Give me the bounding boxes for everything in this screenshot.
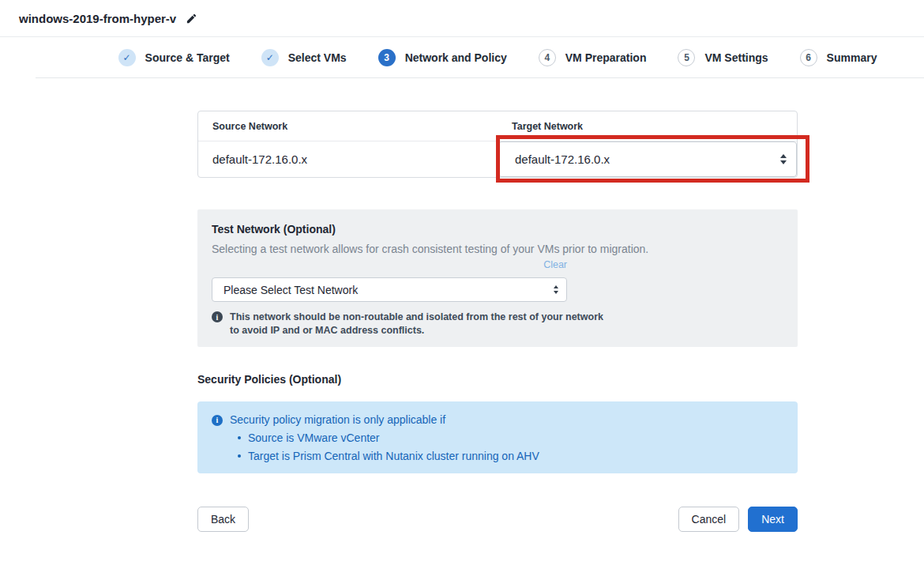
info-icon: i	[212, 415, 223, 426]
select-arrows-icon	[780, 154, 787, 164]
target-network-selected-value: default-172.16.0.x	[515, 153, 610, 166]
step-number: 6	[800, 49, 817, 66]
column-header-target-network: Target Network	[498, 111, 797, 141]
security-bullet-target: Target is Prism Central with Nutanix clu…	[212, 450, 783, 462]
clear-link[interactable]: Clear	[543, 259, 567, 270]
titlebar: windows-2019-from-hyper-v	[0, 0, 924, 37]
next-button[interactable]: Next	[748, 507, 798, 532]
check-icon: ✓	[261, 49, 279, 66]
bullet-icon	[238, 436, 241, 439]
step-network-and-policy[interactable]: 3 Network and Policy	[378, 49, 507, 66]
step-label: Select VMs	[288, 51, 347, 64]
step-vm-settings[interactable]: 5 VM Settings	[678, 49, 768, 66]
info-icon: i	[212, 311, 223, 322]
source-network-value: default-172.16.0.x	[198, 141, 498, 177]
step-number: 5	[678, 49, 695, 66]
back-button[interactable]: Back	[197, 507, 249, 532]
step-label: VM Settings	[704, 51, 768, 64]
column-header-source-network: Source Network	[198, 111, 498, 141]
test-network-note: i This network should be non-routable an…	[212, 311, 783, 337]
security-policies-info-panel: i Security policy migration is only appl…	[197, 401, 798, 473]
network-mapping-table: Source Network Target Network default-17…	[197, 111, 798, 178]
cancel-button[interactable]: Cancel	[678, 507, 740, 532]
network-mapping-row: default-172.16.0.x default-172.16.0.x	[198, 141, 797, 177]
test-network-panel: Test Network (Optional) Selecting a test…	[197, 209, 798, 347]
step-number: 3	[378, 49, 396, 66]
page-title: windows-2019-from-hyper-v	[19, 12, 176, 25]
note-line-1: This network should be non-routable and …	[230, 311, 603, 322]
wizard-footer: Back Cancel Next	[197, 507, 798, 532]
test-network-select[interactable]: Please Select Test Network	[212, 277, 567, 302]
edit-pencil-icon[interactable]	[186, 13, 197, 24]
test-network-description: Selecting a test network allows for cras…	[212, 243, 783, 255]
step-summary[interactable]: 6 Summary	[800, 49, 877, 66]
main-content: Source Network Target Network default-17…	[197, 111, 798, 532]
test-network-selected-value: Please Select Test Network	[223, 284, 358, 296]
wizard-stepper: ✓ Source & Target ✓ Select VMs 3 Network…	[36, 37, 924, 78]
select-arrows-icon	[554, 285, 558, 294]
check-icon: ✓	[118, 49, 136, 66]
step-number: 4	[539, 49, 556, 66]
bullet-icon	[238, 454, 241, 458]
bullet-label: Target is Prism Central with Nutanix clu…	[248, 450, 539, 462]
security-note-title: Security policy migration is only applic…	[230, 413, 445, 426]
security-policies-title: Security Policies (Optional)	[197, 373, 798, 386]
step-label: Network and Policy	[405, 51, 507, 64]
security-bullet-source: Source is VMware vCenter	[212, 431, 783, 444]
target-network-select[interactable]: default-172.16.0.x	[498, 141, 797, 177]
step-label: VM Preparation	[565, 51, 647, 64]
step-label: Source & Target	[145, 51, 230, 64]
step-source-and-target[interactable]: ✓ Source & Target	[118, 49, 230, 66]
test-network-title: Test Network (Optional)	[212, 223, 783, 236]
step-label: Summary	[827, 51, 877, 64]
note-line-2: to avoid IP and or MAC address conflicts…	[230, 325, 424, 336]
step-vm-preparation[interactable]: 4 VM Preparation	[539, 49, 647, 66]
step-select-vms[interactable]: ✓ Select VMs	[261, 49, 347, 66]
bullet-label: Source is VMware vCenter	[248, 431, 380, 444]
